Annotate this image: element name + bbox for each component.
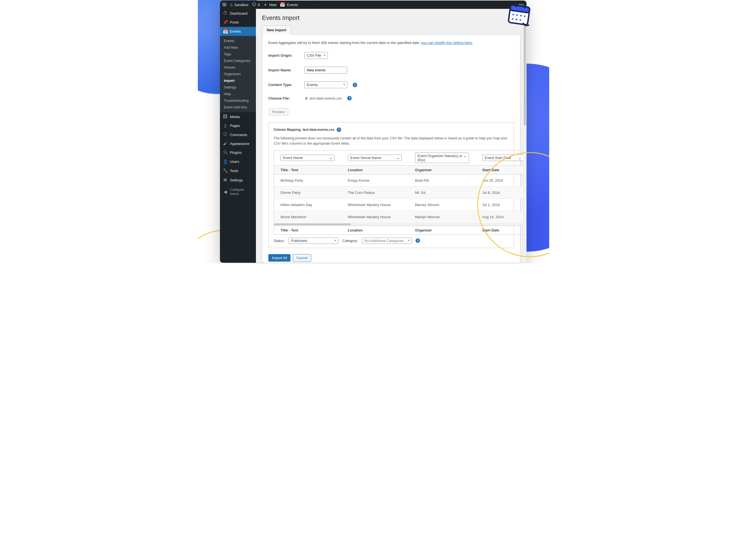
sidebar-item-posts[interactable]: 📌Posts [220,18,256,27]
chosen-file: 🗎 test-data-events.csv [304,96,342,100]
status-select[interactable]: Published [288,238,338,244]
origin-select[interactable]: CSV File [304,52,328,59]
mapping-title: Column Mapping: test-data-events.csv ? [274,128,509,132]
sidebar-item-comments[interactable]: 🗨Comments [220,130,256,139]
dashboard-icon: ⏱ [223,11,228,16]
events-submenu: Events Add New Tags Event Categories Ven… [220,36,256,112]
sidebar-item-settings[interactable]: 〓Settings [220,175,256,185]
sidebar-item-media[interactable]: 🖾Media [220,112,256,121]
th-location: Location [341,165,408,174]
collapse-icon: ◀ [223,189,228,194]
choose-file-label: Choose File: [268,96,299,100]
plugins-icon: 🔌 [223,150,228,155]
origin-label: Import Origin: [268,53,299,57]
appearance-icon: 🖌 [223,141,228,146]
settings-icon: 〓 [223,177,228,183]
meta-controls: Status: Published Category: No Additiona… [274,238,509,244]
page-title: Events Import [262,15,520,22]
intro-text: Event Aggregator will try to fetch 300 e… [268,41,514,45]
mapping-help-icon[interactable]: ? [337,128,341,132]
sub-help[interactable]: Help [220,91,256,97]
sub-events[interactable]: Events [220,37,256,44]
col-select-1[interactable]: Event Venue Name [348,155,402,161]
import-panel: Event Aggregator will try to fetch 300 e… [262,34,520,263]
sidebar-item-events[interactable]: 📅Events [220,27,256,36]
sub-event-categories[interactable]: Event Categories [220,57,256,64]
th-title: Title - Text [274,165,341,174]
comments-link[interactable]: 🗨0 [252,2,260,7]
admin-sidebar: ⏱Dashboard 📌Posts 📅Events Events Add New… [220,9,256,263]
sidebar-item-plugins[interactable]: 🔌Plugins [220,148,256,157]
sub-venues[interactable]: Venues [220,64,256,71]
sidebar-item-appearance[interactable]: 🖌Appearance [220,139,256,148]
sidebar-item-pages[interactable]: ▯Pages [220,121,256,130]
pages-icon: ▯ [223,123,228,128]
sub-settings[interactable]: Settings [220,84,256,91]
category-select[interactable]: No Additional Categories [362,238,412,244]
modify-setting-link[interactable]: you can modify this setting here. [421,41,472,45]
sidebar-item-tools[interactable]: 🔧Tools [220,166,256,175]
wp-logo-icon[interactable]: ⓦ [222,2,227,7]
sub-import[interactable]: Import [220,77,256,84]
preview-button[interactable]: Preview [268,108,288,115]
col-select-2[interactable]: Event Organizer Name(s) or ID(s) [415,153,469,163]
comments-icon: 🗨 [223,132,228,137]
events-link[interactable]: 📅Events [280,2,298,7]
category-help-icon[interactable]: ? [416,238,420,243]
category-label: Category: [342,239,358,243]
content-type-label: Content Type: [268,83,299,87]
tools-icon: 🔧 [223,168,228,174]
sidebar-item-dashboard[interactable]: ⏱Dashboard [220,9,256,18]
import-all-button[interactable]: Import All [268,254,290,262]
content-type-select[interactable]: Events [304,81,347,88]
import-name-input[interactable] [304,66,347,74]
collapse-menu[interactable]: ◀Collapse menu [220,186,256,198]
media-icon: 🖾 [223,114,228,119]
sub-add-new[interactable]: Add New [220,44,256,51]
file-icon: 🗎 [304,96,308,100]
column-mapping-panel: Column Mapping: test-data-events.csv ? T… [268,122,514,248]
pin-icon: 📌 [223,20,228,25]
content-type-help-icon[interactable]: ? [353,83,357,87]
sidebar-item-users[interactable]: 👤Users [220,157,256,166]
col-select-0[interactable]: Event Name [281,155,334,161]
mapping-description: The following preview does not necessari… [274,136,509,146]
calendar-icon: 📅 [223,29,228,34]
sub-event-addons[interactable]: Event Add-Ons [220,104,256,111]
th-organizer: Organizer [408,165,475,174]
tab-new-import[interactable]: New Import [262,25,291,34]
name-label: Import Name: [268,68,299,72]
sub-organizers[interactable]: Organizers [220,71,256,77]
users-icon: 👤 [223,159,228,164]
site-link[interactable]: ⌂Sandbox [230,2,249,7]
calendar-badge-icon [505,0,535,30]
status-label: Status: [274,239,285,243]
sub-troubleshooting[interactable]: Troubleshooting [220,97,256,104]
cancel-button[interactable]: Cancel [293,254,311,262]
new-content-link[interactable]: ＋New [263,2,276,7]
sub-tags[interactable]: Tags [220,51,256,57]
admin-topbar: ⓦ ⌂Sandbox 🗨0 ＋New 📅Events den [220,1,526,9]
file-help-icon[interactable]: ? [347,96,352,100]
